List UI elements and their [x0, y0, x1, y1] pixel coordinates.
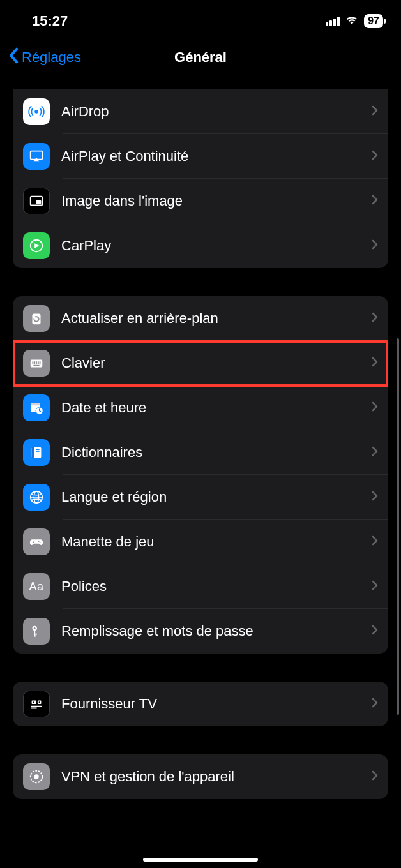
- chevron-right-icon: [372, 625, 378, 638]
- svg-rect-3: [36, 200, 41, 204]
- row-label: Manette de jeu: [61, 534, 360, 550]
- back-label: Réglages: [22, 49, 81, 66]
- chevron-right-icon: [372, 698, 378, 710]
- row-label: Fournisseur TV: [61, 696, 360, 712]
- back-button[interactable]: Réglages: [8, 47, 81, 68]
- row-dictionaries[interactable]: Dictionnaires: [13, 430, 388, 475]
- battery-indicator: 97: [364, 14, 383, 28]
- row-label: VPN et gestion de l'appareil: [61, 768, 360, 785]
- settings-content: AirDrop AirPlay et Continuité Image dans…: [0, 89, 401, 799]
- svg-rect-22: [32, 447, 34, 458]
- row-language-region[interactable]: Langue et région: [13, 475, 388, 520]
- svg-rect-19: [31, 403, 40, 406]
- calendar-clock-icon: [23, 394, 50, 421]
- svg-point-42: [34, 774, 38, 779]
- svg-point-33: [34, 627, 36, 629]
- chevron-right-icon: [372, 535, 378, 548]
- fonts-icon: Aa: [23, 573, 50, 600]
- row-label: Polices: [61, 578, 360, 595]
- airdrop-icon: [23, 98, 50, 125]
- cellular-signal-icon: [326, 17, 340, 26]
- airplay-icon: [23, 143, 50, 170]
- chevron-right-icon: [372, 239, 378, 252]
- chevron-right-icon: [372, 357, 378, 370]
- row-label: Dictionnaires: [61, 444, 360, 461]
- svg-rect-8: [34, 361, 35, 363]
- row-game-controller[interactable]: Manette de jeu: [13, 520, 388, 564]
- svg-point-31: [40, 542, 41, 543]
- settings-section: VPN et gestion de l'appareil: [13, 754, 388, 799]
- svg-rect-15: [38, 363, 39, 364]
- settings-section: Fournisseur TV: [13, 682, 388, 726]
- page-title: Général: [174, 49, 227, 66]
- chevron-right-icon: [372, 312, 378, 325]
- globe-icon: [23, 484, 50, 511]
- refresh-icon: [23, 305, 50, 332]
- key-icon: [23, 618, 50, 645]
- svg-rect-16: [40, 363, 41, 364]
- row-autofill-passwords[interactable]: Remplissage et mots de passe: [13, 609, 388, 654]
- row-label: AirPlay et Continuité: [61, 148, 360, 165]
- svg-point-30: [38, 541, 40, 542]
- chevron-right-icon: [372, 150, 378, 163]
- chevron-right-icon: [372, 105, 378, 118]
- row-carplay[interactable]: CarPlay: [13, 223, 388, 268]
- svg-rect-17: [33, 365, 39, 366]
- settings-section: AirDrop AirPlay et Continuité Image dans…: [13, 89, 388, 268]
- row-background-refresh[interactable]: Actualiser en arrière-plan: [13, 296, 388, 341]
- svg-point-0: [34, 110, 38, 114]
- svg-rect-7: [33, 361, 34, 363]
- row-label: Date et heure: [61, 400, 360, 416]
- row-vpn-management[interactable]: VPN et gestion de l'appareil: [13, 754, 388, 799]
- book-icon: [23, 439, 50, 466]
- svg-rect-35: [34, 634, 37, 635]
- svg-point-39: [33, 701, 34, 703]
- scrollbar[interactable]: [397, 338, 399, 715]
- row-label: CarPlay: [61, 237, 360, 254]
- carplay-icon: [23, 232, 50, 259]
- home-indicator[interactable]: [143, 858, 258, 862]
- svg-rect-11: [40, 361, 41, 363]
- wifi-icon: [345, 14, 359, 28]
- status-icons: 97: [326, 14, 383, 28]
- svg-rect-9: [36, 361, 37, 363]
- controller-icon: [23, 528, 50, 555]
- row-date-time[interactable]: Date et heure: [13, 385, 388, 430]
- chevron-right-icon: [372, 401, 378, 414]
- tv-provider-icon: [23, 691, 50, 717]
- svg-rect-12: [33, 363, 34, 364]
- chevron-right-icon: [372, 770, 378, 783]
- chevron-right-icon: [372, 195, 378, 207]
- row-fonts[interactable]: Aa Polices: [13, 564, 388, 609]
- row-label: Remplissage et mots de passe: [61, 623, 360, 640]
- row-label: Image dans l'image: [61, 193, 360, 209]
- chevron-left-icon: [8, 47, 19, 68]
- chevron-right-icon: [372, 491, 378, 504]
- row-label: Actualiser en arrière-plan: [61, 310, 360, 327]
- row-label: Langue et région: [61, 489, 360, 505]
- svg-rect-36: [34, 636, 36, 637]
- row-tv-provider[interactable]: Fournisseur TV: [13, 682, 388, 726]
- svg-rect-10: [38, 361, 39, 363]
- svg-rect-13: [34, 363, 35, 364]
- svg-rect-40: [39, 701, 40, 703]
- row-airplay[interactable]: AirPlay et Continuité: [13, 134, 388, 179]
- row-picture-in-picture[interactable]: Image dans l'image: [13, 179, 388, 223]
- settings-section: Actualiser en arrière-plan Clavier Date …: [13, 296, 388, 654]
- row-label: AirDrop: [61, 103, 360, 120]
- svg-rect-14: [36, 363, 37, 364]
- row-airdrop[interactable]: AirDrop: [13, 89, 388, 134]
- pip-icon: [23, 188, 50, 214]
- navigation-bar: Réglages Général: [0, 38, 401, 77]
- row-keyboard[interactable]: Clavier: [13, 341, 388, 385]
- status-time: 15:27: [32, 13, 68, 29]
- row-label: Clavier: [61, 355, 360, 371]
- status-bar: 15:27 97: [0, 0, 401, 38]
- chevron-right-icon: [372, 580, 378, 593]
- keyboard-icon: [23, 350, 50, 377]
- vpn-icon: [23, 763, 50, 790]
- chevron-right-icon: [372, 446, 378, 459]
